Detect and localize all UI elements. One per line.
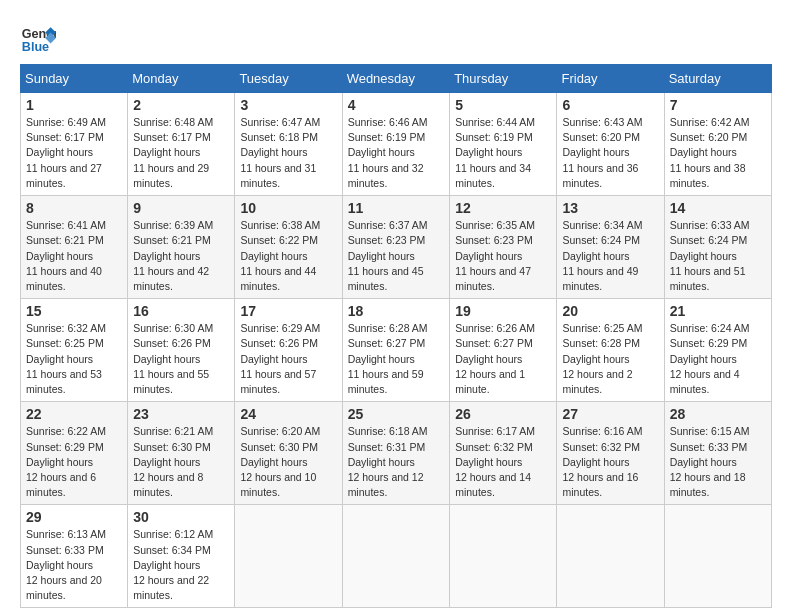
calendar-cell: [235, 505, 342, 608]
day-number: 9: [133, 200, 229, 216]
calendar-cell: 6Sunrise: 6:43 AMSunset: 6:20 PMDaylight…: [557, 93, 664, 196]
day-info: Sunrise: 6:33 AMSunset: 6:24 PMDaylight …: [670, 218, 766, 294]
calendar-cell: 14Sunrise: 6:33 AMSunset: 6:24 PMDayligh…: [664, 196, 771, 299]
calendar-cell: 10Sunrise: 6:38 AMSunset: 6:22 PMDayligh…: [235, 196, 342, 299]
calendar-cell: 8Sunrise: 6:41 AMSunset: 6:21 PMDaylight…: [21, 196, 128, 299]
calendar-cell: 9Sunrise: 6:39 AMSunset: 6:21 PMDaylight…: [128, 196, 235, 299]
day-number: 4: [348, 97, 445, 113]
day-number: 8: [26, 200, 122, 216]
calendar-cell: 7Sunrise: 6:42 AMSunset: 6:20 PMDaylight…: [664, 93, 771, 196]
calendar-cell: 28Sunrise: 6:15 AMSunset: 6:33 PMDayligh…: [664, 402, 771, 505]
day-number: 6: [562, 97, 658, 113]
calendar-table: SundayMondayTuesdayWednesdayThursdayFrid…: [20, 64, 772, 608]
calendar-week-4: 22Sunrise: 6:22 AMSunset: 6:29 PMDayligh…: [21, 402, 772, 505]
day-info: Sunrise: 6:35 AMSunset: 6:23 PMDaylight …: [455, 218, 551, 294]
weekday-header-friday: Friday: [557, 65, 664, 93]
day-number: 1: [26, 97, 122, 113]
calendar-cell: [450, 505, 557, 608]
day-info: Sunrise: 6:12 AMSunset: 6:34 PMDaylight …: [133, 527, 229, 603]
day-number: 14: [670, 200, 766, 216]
calendar-cell: 20Sunrise: 6:25 AMSunset: 6:28 PMDayligh…: [557, 299, 664, 402]
day-info: Sunrise: 6:37 AMSunset: 6:23 PMDaylight …: [348, 218, 445, 294]
day-info: Sunrise: 6:47 AMSunset: 6:18 PMDaylight …: [240, 115, 336, 191]
day-number: 16: [133, 303, 229, 319]
calendar-week-5: 29Sunrise: 6:13 AMSunset: 6:33 PMDayligh…: [21, 505, 772, 608]
day-number: 3: [240, 97, 336, 113]
day-number: 30: [133, 509, 229, 525]
weekday-header-saturday: Saturday: [664, 65, 771, 93]
day-info: Sunrise: 6:20 AMSunset: 6:30 PMDaylight …: [240, 424, 336, 500]
day-number: 18: [348, 303, 445, 319]
day-info: Sunrise: 6:32 AMSunset: 6:25 PMDaylight …: [26, 321, 122, 397]
day-info: Sunrise: 6:42 AMSunset: 6:20 PMDaylight …: [670, 115, 766, 191]
calendar-cell: 5Sunrise: 6:44 AMSunset: 6:19 PMDaylight…: [450, 93, 557, 196]
day-number: 12: [455, 200, 551, 216]
day-info: Sunrise: 6:25 AMSunset: 6:28 PMDaylight …: [562, 321, 658, 397]
calendar-cell: 22Sunrise: 6:22 AMSunset: 6:29 PMDayligh…: [21, 402, 128, 505]
calendar-cell: 4Sunrise: 6:46 AMSunset: 6:19 PMDaylight…: [342, 93, 450, 196]
day-number: 28: [670, 406, 766, 422]
day-number: 7: [670, 97, 766, 113]
day-number: 15: [26, 303, 122, 319]
weekday-header-thursday: Thursday: [450, 65, 557, 93]
day-number: 10: [240, 200, 336, 216]
day-info: Sunrise: 6:13 AMSunset: 6:33 PMDaylight …: [26, 527, 122, 603]
day-info: Sunrise: 6:41 AMSunset: 6:21 PMDaylight …: [26, 218, 122, 294]
day-info: Sunrise: 6:28 AMSunset: 6:27 PMDaylight …: [348, 321, 445, 397]
day-info: Sunrise: 6:16 AMSunset: 6:32 PMDaylight …: [562, 424, 658, 500]
day-info: Sunrise: 6:44 AMSunset: 6:19 PMDaylight …: [455, 115, 551, 191]
calendar-cell: 29Sunrise: 6:13 AMSunset: 6:33 PMDayligh…: [21, 505, 128, 608]
calendar-cell: 15Sunrise: 6:32 AMSunset: 6:25 PMDayligh…: [21, 299, 128, 402]
calendar-cell: 24Sunrise: 6:20 AMSunset: 6:30 PMDayligh…: [235, 402, 342, 505]
calendar-cell: [557, 505, 664, 608]
day-info: Sunrise: 6:43 AMSunset: 6:20 PMDaylight …: [562, 115, 658, 191]
day-info: Sunrise: 6:34 AMSunset: 6:24 PMDaylight …: [562, 218, 658, 294]
calendar-week-3: 15Sunrise: 6:32 AMSunset: 6:25 PMDayligh…: [21, 299, 772, 402]
calendar-cell: 23Sunrise: 6:21 AMSunset: 6:30 PMDayligh…: [128, 402, 235, 505]
day-info: Sunrise: 6:26 AMSunset: 6:27 PMDaylight …: [455, 321, 551, 397]
day-info: Sunrise: 6:30 AMSunset: 6:26 PMDaylight …: [133, 321, 229, 397]
calendar-cell: 3Sunrise: 6:47 AMSunset: 6:18 PMDaylight…: [235, 93, 342, 196]
calendar-cell: 2Sunrise: 6:48 AMSunset: 6:17 PMDaylight…: [128, 93, 235, 196]
calendar-cell: 12Sunrise: 6:35 AMSunset: 6:23 PMDayligh…: [450, 196, 557, 299]
page-header: General Blue: [20, 20, 772, 56]
logo-icon: General Blue: [20, 20, 56, 56]
day-number: 26: [455, 406, 551, 422]
calendar-cell: 18Sunrise: 6:28 AMSunset: 6:27 PMDayligh…: [342, 299, 450, 402]
calendar-cell: 19Sunrise: 6:26 AMSunset: 6:27 PMDayligh…: [450, 299, 557, 402]
calendar-cell: 13Sunrise: 6:34 AMSunset: 6:24 PMDayligh…: [557, 196, 664, 299]
calendar-week-1: 1Sunrise: 6:49 AMSunset: 6:17 PMDaylight…: [21, 93, 772, 196]
day-number: 19: [455, 303, 551, 319]
day-number: 21: [670, 303, 766, 319]
calendar-cell: 27Sunrise: 6:16 AMSunset: 6:32 PMDayligh…: [557, 402, 664, 505]
calendar-cell: 21Sunrise: 6:24 AMSunset: 6:29 PMDayligh…: [664, 299, 771, 402]
day-number: 22: [26, 406, 122, 422]
calendar-cell: 17Sunrise: 6:29 AMSunset: 6:26 PMDayligh…: [235, 299, 342, 402]
day-info: Sunrise: 6:46 AMSunset: 6:19 PMDaylight …: [348, 115, 445, 191]
day-info: Sunrise: 6:24 AMSunset: 6:29 PMDaylight …: [670, 321, 766, 397]
day-info: Sunrise: 6:15 AMSunset: 6:33 PMDaylight …: [670, 424, 766, 500]
day-info: Sunrise: 6:29 AMSunset: 6:26 PMDaylight …: [240, 321, 336, 397]
day-number: 29: [26, 509, 122, 525]
weekday-header-tuesday: Tuesday: [235, 65, 342, 93]
day-number: 25: [348, 406, 445, 422]
calendar-cell: 25Sunrise: 6:18 AMSunset: 6:31 PMDayligh…: [342, 402, 450, 505]
day-number: 24: [240, 406, 336, 422]
weekday-header-sunday: Sunday: [21, 65, 128, 93]
day-info: Sunrise: 6:22 AMSunset: 6:29 PMDaylight …: [26, 424, 122, 500]
day-number: 27: [562, 406, 658, 422]
day-number: 5: [455, 97, 551, 113]
day-number: 23: [133, 406, 229, 422]
calendar-cell: 11Sunrise: 6:37 AMSunset: 6:23 PMDayligh…: [342, 196, 450, 299]
day-number: 20: [562, 303, 658, 319]
calendar-cell: 30Sunrise: 6:12 AMSunset: 6:34 PMDayligh…: [128, 505, 235, 608]
weekday-header-monday: Monday: [128, 65, 235, 93]
day-number: 2: [133, 97, 229, 113]
calendar-cell: 26Sunrise: 6:17 AMSunset: 6:32 PMDayligh…: [450, 402, 557, 505]
day-info: Sunrise: 6:48 AMSunset: 6:17 PMDaylight …: [133, 115, 229, 191]
day-info: Sunrise: 6:17 AMSunset: 6:32 PMDaylight …: [455, 424, 551, 500]
calendar-cell: 1Sunrise: 6:49 AMSunset: 6:17 PMDaylight…: [21, 93, 128, 196]
day-number: 11: [348, 200, 445, 216]
day-info: Sunrise: 6:38 AMSunset: 6:22 PMDaylight …: [240, 218, 336, 294]
day-number: 17: [240, 303, 336, 319]
